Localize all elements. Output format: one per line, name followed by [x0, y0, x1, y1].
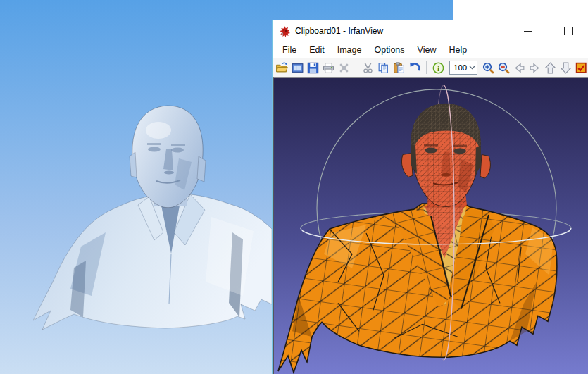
toolbar-separator — [426, 61, 427, 74]
info-icon: i — [432, 61, 445, 75]
maximize-button[interactable] — [554, 21, 582, 41]
svg-text:i: i — [437, 63, 439, 72]
right-eye — [171, 148, 184, 153]
window-controls — [513, 21, 582, 41]
mesh-right-eye — [453, 149, 466, 154]
arrow-up-icon — [544, 61, 557, 75]
zoom-out-button[interactable] — [497, 60, 511, 75]
left-eye — [148, 147, 161, 152]
zoom-value: 100 — [450, 63, 467, 72]
menu-item-options[interactable]: Options — [368, 43, 411, 57]
next-file-button[interactable] — [528, 60, 542, 75]
thumbnails-icon — [291, 61, 304, 75]
paste-button[interactable] — [392, 60, 406, 75]
cut-scissors-icon — [361, 61, 375, 75]
print-button[interactable] — [322, 60, 335, 75]
menu-bar: File Edit Image Options View Help — [273, 42, 588, 58]
zoom-in-icon — [482, 61, 495, 75]
menu-item-image[interactable]: Image — [331, 43, 368, 57]
menu-item-help[interactable]: Help — [442, 43, 473, 57]
delete-button[interactable] — [337, 60, 351, 75]
left-brow — [147, 143, 161, 145]
zoom-in-button[interactable] — [482, 60, 495, 75]
nostril-shade — [164, 171, 174, 175]
right-brow — [171, 144, 185, 146]
forehead-highlight — [146, 122, 171, 139]
image-area[interactable] — [273, 77, 588, 374]
arrow-left-icon — [513, 61, 526, 75]
mesh-left-eye — [425, 148, 437, 154]
page-down-button[interactable] — [559, 60, 573, 75]
copy-button[interactable] — [377, 60, 390, 75]
save-button[interactable] — [306, 60, 320, 75]
chevron-down-icon[interactable] — [467, 61, 477, 74]
right-ear — [197, 156, 206, 182]
delete-x-icon — [337, 61, 351, 75]
print-icon — [322, 61, 335, 75]
irfanview-app-icon — [279, 25, 290, 37]
properties-button[interactable] — [575, 60, 588, 75]
previous-file-button[interactable] — [513, 60, 526, 75]
zoom-combobox[interactable]: 100 — [449, 61, 477, 75]
zoom-out-icon — [497, 61, 511, 75]
mesh-left-brow — [424, 144, 438, 147]
properties-check-icon — [575, 61, 588, 75]
menu-item-file[interactable]: File — [276, 43, 303, 57]
paste-icon — [392, 61, 406, 75]
toolbar-separator — [356, 61, 356, 74]
minimize-icon — [524, 31, 532, 32]
screenshot-root: Clipboard01 - IrfanView File Edit Image … — [0, 0, 588, 374]
minimize-button[interactable] — [513, 21, 542, 41]
arrow-right-icon — [528, 61, 542, 75]
window-title: Clipboard01 - IrfanView — [295, 26, 383, 36]
copy-icon — [377, 61, 390, 75]
mesh-screenshot — [274, 78, 588, 374]
left-ear — [130, 152, 137, 177]
undo-button[interactable] — [408, 60, 421, 75]
save-icon — [306, 61, 320, 75]
toolbar: i 100 — [273, 58, 588, 77]
open-button[interactable] — [275, 60, 289, 75]
mesh-nostrils — [441, 173, 451, 177]
arrow-down-icon — [559, 61, 573, 75]
thumbnails-button[interactable] — [291, 60, 304, 75]
cut-button[interactable] — [361, 60, 375, 75]
menu-item-edit[interactable]: Edit — [303, 43, 331, 57]
maximize-icon — [564, 27, 573, 35]
irfanview-window: Clipboard01 - IrfanView File Edit Image … — [272, 20, 588, 374]
mesh-right-brow — [453, 145, 467, 147]
info-button[interactable]: i — [432, 60, 445, 75]
menu-item-view[interactable]: View — [411, 43, 443, 57]
title-bar[interactable]: Clipboard01 - IrfanView — [273, 20, 588, 42]
page-up-button[interactable] — [544, 60, 557, 75]
open-folder-icon — [275, 61, 289, 75]
undo-arrow-icon — [408, 61, 421, 75]
